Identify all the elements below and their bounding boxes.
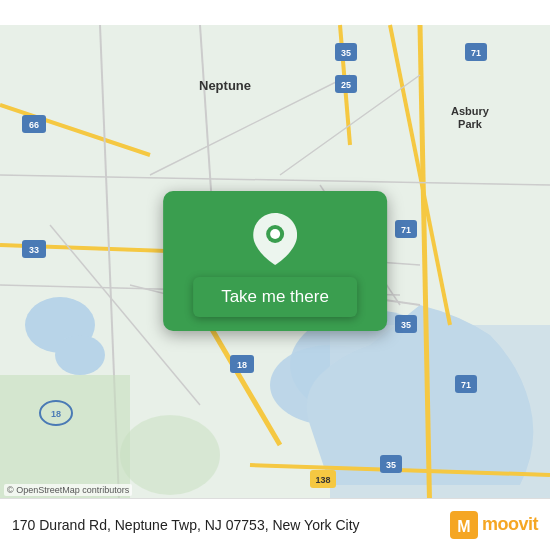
take-me-there-button[interactable]: Take me there xyxy=(193,277,357,317)
take-me-there-overlay: Take me there xyxy=(163,191,387,331)
location-pin-icon xyxy=(245,209,305,269)
svg-text:18: 18 xyxy=(51,409,61,419)
moovit-logo-text: moovit xyxy=(482,514,538,535)
svg-text:71: 71 xyxy=(471,48,481,58)
bottom-bar: 170 Durand Rd, Neptune Twp, NJ 07753, Ne… xyxy=(0,498,550,550)
svg-text:35: 35 xyxy=(341,48,351,58)
svg-text:Neptune: Neptune xyxy=(199,78,251,93)
svg-point-5 xyxy=(55,335,105,375)
svg-text:Asbury: Asbury xyxy=(451,105,490,117)
svg-text:35: 35 xyxy=(386,460,396,470)
osm-attribution: © OpenStreetMap contributors xyxy=(4,484,132,496)
moovit-logo: M moovit xyxy=(450,511,538,539)
map-container: 35 71 71 71 35 35 66 33 18 18 138 2 xyxy=(0,0,550,550)
svg-text:66: 66 xyxy=(29,120,39,130)
address-text: 170 Durand Rd, Neptune Twp, NJ 07753, Ne… xyxy=(12,517,450,533)
svg-text:Park: Park xyxy=(458,118,483,130)
moovit-icon: M xyxy=(450,511,478,539)
svg-text:18: 18 xyxy=(237,360,247,370)
svg-text:33: 33 xyxy=(29,245,39,255)
svg-text:71: 71 xyxy=(461,380,471,390)
svg-text:71: 71 xyxy=(401,225,411,235)
svg-text:M: M xyxy=(457,518,470,535)
svg-point-54 xyxy=(270,229,280,239)
svg-text:25: 25 xyxy=(341,80,351,90)
svg-text:35: 35 xyxy=(401,320,411,330)
svg-text:138: 138 xyxy=(315,475,330,485)
svg-point-25 xyxy=(120,415,220,495)
